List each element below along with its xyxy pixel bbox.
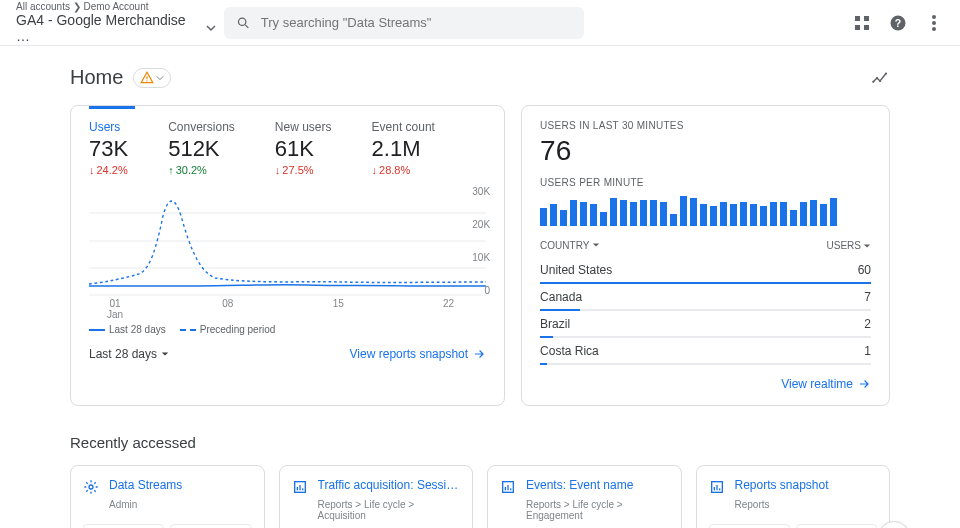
warning-badge[interactable]: [133, 68, 171, 88]
recent-card[interactable]: Traffic acquisition: Session defa…Report…: [279, 465, 474, 528]
recent-card-title: Traffic acquisition: Session defa…: [318, 478, 461, 492]
metric-users[interactable]: Users 73K ↓24.2%: [89, 120, 128, 176]
realtime-bar-chart: [540, 194, 871, 226]
search-input[interactable]: [261, 15, 572, 30]
report-icon: [500, 479, 516, 495]
svg-point-12: [147, 80, 148, 81]
svg-rect-31: [713, 487, 714, 490]
chevron-down-icon: [206, 23, 216, 33]
svg-point-0: [238, 18, 245, 25]
overview-card: Users 73K ↓24.2% Conversions 512K ↑30.2%…: [70, 105, 505, 406]
svg-rect-28: [507, 485, 508, 490]
arrow-right-icon: [857, 377, 871, 391]
chevron-down-icon: [592, 241, 600, 249]
topbar: All accounts ❯ Demo Account GA4 - Google…: [0, 0, 960, 46]
svg-rect-2: [855, 16, 860, 21]
svg-text:?: ?: [895, 16, 901, 28]
page-title: Home: [70, 66, 123, 89]
line-chart: 30K 20K 10K 0 01Jan 08 15 22: [89, 186, 486, 316]
svg-rect-3: [864, 16, 869, 21]
account-name[interactable]: GA4 - Google Merchandise …: [16, 12, 216, 44]
country-row: United States60: [540, 257, 871, 279]
recently-accessed-row: Data StreamsAdminTraffic acquisition: Se…: [70, 465, 890, 528]
realtime-per-minute-label: USERS PER MINUTE: [540, 177, 871, 188]
svg-point-9: [932, 21, 936, 25]
breadcrumb: All accounts ❯ Demo Account: [16, 1, 216, 12]
recent-card[interactable]: Reports snapshotReports: [696, 465, 891, 528]
warning-icon: [140, 71, 154, 85]
chart-legend: Last 28 days Preceding period: [89, 324, 486, 335]
page-header: Home: [70, 66, 890, 89]
gear-icon: [83, 479, 99, 495]
account-selector[interactable]: All accounts ❯ Demo Account GA4 - Google…: [16, 1, 216, 44]
insights-icon[interactable]: [870, 68, 890, 88]
metric-conversions[interactable]: Conversions 512K ↑30.2%: [168, 120, 235, 176]
svg-rect-32: [716, 485, 717, 490]
svg-point-21: [89, 485, 93, 489]
country-row: Brazil2: [540, 311, 871, 333]
arrow-right-icon: [472, 347, 486, 361]
country-column-header[interactable]: COUNTRY: [540, 240, 600, 251]
svg-point-15: [879, 79, 881, 81]
svg-rect-4: [855, 25, 860, 30]
grid-icon[interactable]: [852, 13, 872, 33]
report-icon: [709, 479, 725, 495]
recently-accessed-title: Recently accessed: [70, 434, 890, 451]
recent-card-title: Reports snapshot: [735, 478, 829, 492]
users-column-header[interactable]: USERS: [827, 240, 871, 251]
report-icon: [292, 479, 308, 495]
view-reports-snapshot-link[interactable]: View reports snapshot: [350, 347, 487, 361]
realtime-users-label: USERS IN LAST 30 MINUTES: [540, 120, 871, 131]
recent-card[interactable]: Events: Event nameReports > Life cycle >…: [487, 465, 682, 528]
recent-card-subtitle: Reports: [735, 499, 878, 510]
realtime-card: USERS IN LAST 30 MINUTES 76 USERS PER MI…: [521, 105, 890, 406]
metric-event-count[interactable]: Event count 2.1M ↓28.8%: [372, 120, 435, 176]
svg-rect-24: [299, 485, 300, 490]
svg-point-10: [932, 27, 936, 31]
recent-card-subtitle: Reports > Life cycle > Acquisition: [318, 499, 461, 521]
recent-card[interactable]: Data StreamsAdmin: [70, 465, 265, 528]
help-icon[interactable]: ?: [888, 13, 908, 33]
search-icon: [236, 15, 251, 31]
more-icon[interactable]: [924, 13, 944, 33]
svg-rect-27: [505, 487, 506, 490]
chevron-down-icon: [161, 350, 169, 358]
country-row: Canada7: [540, 284, 871, 306]
svg-point-14: [876, 76, 878, 78]
view-realtime-link[interactable]: View realtime: [781, 377, 871, 391]
recent-card-subtitle: Reports > Life cycle > Engagement: [526, 499, 669, 521]
svg-rect-23: [296, 487, 297, 490]
svg-point-16: [885, 72, 887, 74]
svg-rect-29: [510, 488, 511, 490]
metric-new-users[interactable]: New users 61K ↓27.5%: [275, 120, 332, 176]
recent-card-title: Events: Event name: [526, 478, 633, 492]
svg-point-8: [932, 15, 936, 19]
realtime-users-value: 76: [540, 135, 871, 167]
svg-rect-25: [302, 488, 303, 490]
country-row: Costa Rica1: [540, 338, 871, 360]
search-bar[interactable]: [224, 7, 584, 39]
svg-rect-33: [719, 488, 720, 490]
date-range-selector[interactable]: Last 28 days: [89, 347, 169, 361]
svg-rect-5: [864, 25, 869, 30]
svg-point-13: [872, 80, 874, 82]
svg-line-1: [245, 24, 248, 27]
recent-card-title: Data Streams: [109, 478, 182, 492]
recent-card-subtitle: Admin: [109, 499, 252, 510]
chevron-down-icon: [863, 242, 871, 250]
chevron-down-icon: [156, 74, 164, 82]
